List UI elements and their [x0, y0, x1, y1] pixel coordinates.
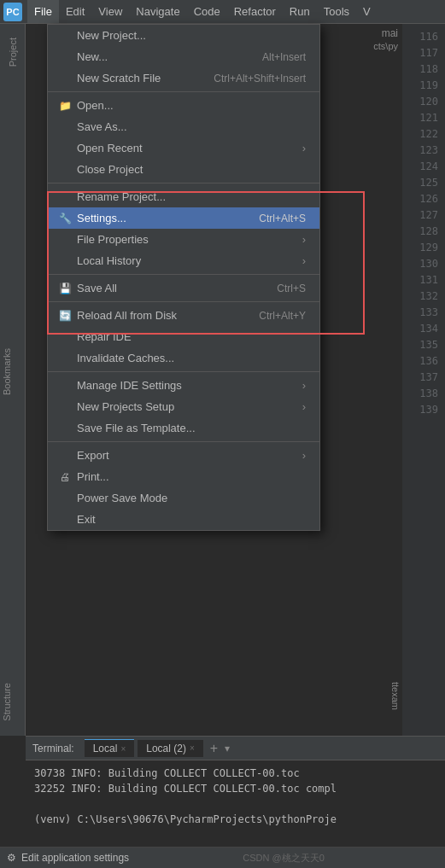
terminal-line-2: 32252 INFO: Building COLLECT COLLECT-00.… — [34, 781, 436, 796]
settings-shortcut: Ctrl+Alt+S — [259, 213, 306, 224]
menu-file[interactable]: File — [27, 0, 59, 23]
save-template-label: Save File as Template... — [77, 422, 306, 434]
separator-2 — [48, 183, 319, 184]
menu-item-reload[interactable]: 🔄 Reload All from Disk Ctrl+Alt+Y — [48, 305, 319, 326]
edit-app-settings-bar: ⚙ Edit application settings CSDN @桃之天天0 — [0, 847, 445, 868]
new-shortcut: Alt+Insert — [262, 51, 306, 63]
sidebar-tab-project[interactable]: Project — [6, 31, 20, 73]
settings-label: Settings... — [77, 212, 242, 224]
menu-view[interactable]: View — [91, 0, 129, 23]
menu-item-invalidate[interactable]: Invalidate Caches... — [48, 347, 319, 369]
menu-item-new-projects-setup[interactable]: New Projects Setup › — [48, 396, 319, 417]
app-logo: PC — [3, 3, 22, 21]
menu-item-settings[interactable]: 🔧 Settings... Ctrl+Alt+S — [48, 207, 319, 229]
terminal-content: 30738 INFO: Building COLLECT COLLECT-00.… — [26, 760, 445, 847]
new-projects-setup-label: New Projects Setup — [77, 400, 296, 413]
terminal-line-1: 30738 INFO: Building COLLECT COLLECT-00.… — [34, 766, 436, 781]
menu-bar: PC File Edit View Navigate Code Refactor… — [0, 0, 445, 24]
menu-item-exit[interactable]: Exit — [48, 509, 319, 530]
terminal-add-button[interactable]: + — [207, 741, 221, 756]
menu-item-print[interactable]: 🖨 Print... — [48, 466, 319, 487]
rename-project-label: Rename Project... — [77, 190, 306, 203]
open-recent-arrow: › — [302, 142, 306, 154]
line-122: 122 — [402, 126, 445, 143]
line-134: 134 — [402, 321, 445, 337]
local-history-arrow: › — [302, 254, 306, 267]
terminal-tab-close-local1[interactable]: × — [120, 744, 126, 754]
menu-edit[interactable]: Edit — [59, 0, 91, 23]
menu-item-repair-ide[interactable]: Repair IDE — [48, 326, 319, 347]
reload-shortcut: Ctrl+Alt+Y — [259, 310, 306, 322]
print-label: Print... — [77, 470, 306, 483]
terminal-chevron[interactable]: ▾ — [225, 743, 230, 754]
menu-item-manage-ide[interactable]: Manage IDE Settings › — [48, 375, 319, 396]
menu-navigate[interactable]: Navigate — [129, 0, 186, 23]
save-all-label: Save All — [77, 282, 260, 294]
menu-item-new-project[interactable]: New Project... — [48, 25, 319, 46]
reload-icon: 🔄 — [58, 310, 72, 322]
terminal-tab-local2[interactable]: Local (2) × — [138, 740, 203, 757]
menu-run[interactable]: Run — [283, 0, 317, 23]
menu-item-file-properties[interactable]: File Properties › — [48, 229, 319, 250]
bookmarks-container: Bookmarks — [0, 341, 26, 405]
menu-item-export[interactable]: Export › — [48, 445, 319, 466]
sidebar-tab-structure[interactable]: Structure — [0, 676, 14, 728]
new-scratch-shortcut: Ctrl+Alt+Shift+Insert — [214, 73, 306, 84]
menu-item-open-recent[interactable]: Open Recent › — [48, 137, 319, 159]
separator-4 — [48, 301, 319, 302]
line-119: 119 — [402, 78, 445, 94]
line-116: 116 — [402, 29, 445, 45]
menu-item-open[interactable]: 📁 Open... — [48, 95, 319, 116]
menu-item-power-save[interactable]: Power Save Mode — [48, 487, 319, 509]
menu-item-local-history[interactable]: Local History › — [48, 250, 319, 271]
new-label: New... — [77, 50, 245, 63]
menu-item-new[interactable]: New... Alt+Insert — [48, 46, 319, 67]
terminal-area: Terminal: Local × Local (2) × + ▾ 30738 … — [26, 736, 445, 847]
menu-refactor[interactable]: Refactor — [227, 0, 283, 23]
line-131: 131 — [402, 272, 445, 288]
menu-item-save-template[interactable]: Save File as Template... — [48, 417, 319, 439]
file-properties-arrow: › — [302, 233, 306, 246]
new-projects-setup-arrow: › — [302, 400, 306, 413]
line-125: 125 — [402, 175, 445, 191]
separator-6 — [48, 441, 319, 442]
line-numbers: 116 117 118 119 120 121 122 123 124 125 … — [402, 24, 445, 736]
menu-item-close-project[interactable]: Close Project — [48, 159, 319, 180]
menu-item-save-as[interactable]: Save As... — [48, 116, 319, 137]
sidebar-tab-bookmarks[interactable]: Bookmarks — [0, 341, 14, 402]
menu-tools[interactable]: Tools — [317, 0, 356, 23]
menu-item-new-scratch[interactable]: New Scratch File Ctrl+Alt+Shift+Insert — [48, 67, 319, 89]
reload-label: Reload All from Disk — [77, 309, 242, 322]
file-dropdown-menu: New Project... New... Alt+Insert New Scr… — [47, 24, 320, 531]
manage-ide-label: Manage IDE Settings — [77, 379, 296, 392]
line-132: 132 — [402, 288, 445, 305]
settings-icon: 🔧 — [58, 213, 72, 224]
invalidate-label: Invalidate Caches... — [77, 352, 306, 364]
line-128: 128 — [402, 224, 445, 240]
line-124: 124 — [402, 159, 445, 175]
menu-item-rename-project[interactable]: Rename Project... — [48, 186, 319, 207]
menu-more[interactable]: V — [356, 0, 378, 23]
save-as-label: Save As... — [77, 120, 306, 133]
line-117: 117 — [402, 45, 445, 61]
terminal-tab-local1[interactable]: Local × — [85, 739, 135, 757]
menu-code[interactable]: Code — [187, 0, 227, 23]
exit-label: Exit — [77, 513, 306, 526]
line-118: 118 — [402, 61, 445, 78]
new-project-label: New Project... — [77, 29, 306, 42]
terminal-line-3 — [34, 796, 436, 812]
terminal-label: Terminal: — [32, 743, 74, 754]
terminal-tab-label-local1: Local — [93, 743, 118, 754]
open-recent-label: Open Recent — [77, 142, 296, 154]
separator-1 — [48, 91, 319, 92]
line-137: 137 — [402, 370, 445, 386]
manage-ide-arrow: › — [302, 379, 306, 392]
print-icon: 🖨 — [58, 471, 72, 483]
close-project-label: Close Project — [77, 163, 306, 176]
menu-item-save-all[interactable]: 💾 Save All Ctrl+S — [48, 277, 319, 299]
terminal-tab-close-local2[interactable]: × — [190, 743, 195, 753]
line-129: 129 — [402, 240, 445, 256]
edit-app-settings-label[interactable]: Edit application settings — [21, 852, 129, 864]
line-127: 127 — [402, 207, 445, 224]
editor-label: ttexam — [390, 682, 401, 710]
